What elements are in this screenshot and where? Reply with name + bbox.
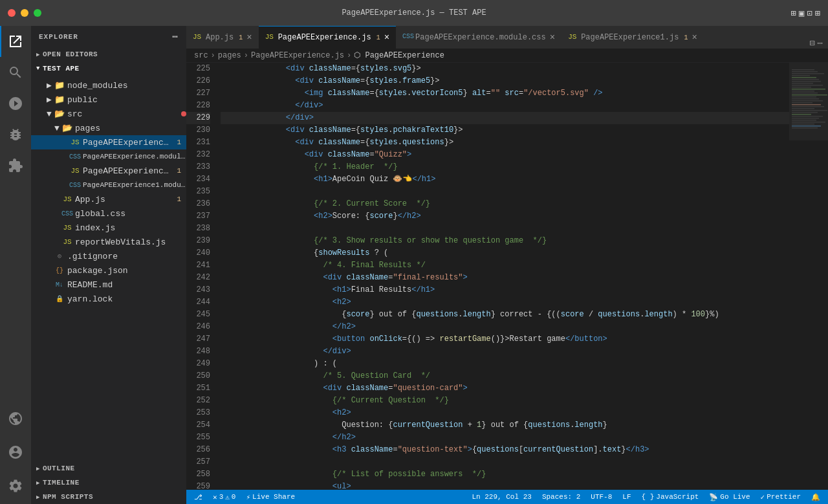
code-line: <div className="final-results">: [221, 272, 789, 284]
activity-extensions[interactable]: [0, 150, 31, 181]
window-controls[interactable]: [8, 9, 41, 17]
activity-source-control[interactable]: [0, 88, 31, 119]
code-line: <h1>ApeCoin Quiz 🐵👈</h1>: [221, 173, 789, 186]
sidebar-new-file-icon[interactable]: ⋯: [173, 31, 179, 42]
timeline-section[interactable]: ▶ TIMELINE: [31, 476, 186, 490]
js-file-icon: JS: [62, 223, 72, 233]
tab-close-icon[interactable]: ×: [550, 32, 555, 43]
error-count: 3: [219, 493, 224, 501]
chevron-spacer: [52, 208, 62, 219]
js-file-icon: JS: [70, 137, 80, 148]
status-go-live[interactable]: 📡 Go Live: [706, 490, 752, 504]
close-button[interactable]: [8, 9, 16, 17]
activity-debug[interactable]: [0, 119, 31, 150]
tree-item-src[interactable]: ▼ 📂 src: [31, 107, 186, 121]
status-right: Ln 229, Col 23 Spaces: 2 UTF-8 LF { } Ja…: [469, 490, 823, 504]
maximize-button[interactable]: [34, 9, 41, 17]
tab-badge: 1: [239, 34, 243, 41]
activity-search[interactable]: [0, 57, 31, 88]
activity-settings[interactable]: [0, 470, 31, 501]
chevron-spacer: [44, 265, 54, 276]
lock-file-icon: 🔒: [54, 294, 65, 304]
tab-page-ape1-js[interactable]: JS PageAPEExperience1.js 1 ×: [561, 26, 704, 49]
code-line: {/* List of possible answers */}: [221, 468, 789, 481]
status-language[interactable]: { } JavaScript: [639, 490, 702, 504]
chevron-spacer: [52, 194, 62, 204]
activity-account[interactable]: [0, 437, 31, 468]
status-cursor[interactable]: Ln 229, Col 23: [469, 490, 534, 504]
tree-item-page-ape1-css[interactable]: CSS PageAPEExperience1.module...: [31, 178, 186, 192]
tree-item-page-ape-css[interactable]: CSS PageAPEExperience.module...: [31, 149, 186, 164]
code-line: {/* 3. Show results or show the question…: [221, 235, 789, 247]
line-numbers: 225 226 227 228 229 230 231 232 233 234 …: [186, 63, 215, 490]
layout-icon2[interactable]: ▣: [799, 8, 804, 19]
css-file-icon: CSS: [70, 180, 80, 190]
layout-icon4[interactable]: ⊞: [815, 8, 820, 19]
tree-item-yarn-lock[interactable]: 🔒 yarn.lock: [31, 292, 186, 306]
tree-item-readme[interactable]: M↓ README.md: [31, 278, 186, 292]
status-errors[interactable]: ✕ 3 ⚠ 0: [210, 490, 238, 504]
chevron-spacer: [44, 294, 54, 304]
warning-icon: ⚠: [225, 493, 230, 501]
tree-item-public[interactable]: ▶ 📁 public: [31, 93, 186, 107]
split-editor-icon[interactable]: ⊟: [809, 38, 814, 49]
tree-item-app-js[interactable]: JS App.js 1: [31, 192, 186, 206]
chevron-spacer: [52, 237, 62, 247]
tree-item-page-ape1-js[interactable]: JS PageAPEExperience1.js 1: [31, 164, 186, 178]
open-editors-section[interactable]: ▶ OPEN EDITORS: [31, 47, 186, 61]
status-prettier[interactable]: ✓ Prettier: [758, 490, 803, 504]
chevron-spacer: [60, 137, 70, 148]
chevron-icon: ▼: [44, 109, 54, 119]
more-actions-icon[interactable]: ⋯: [818, 38, 823, 49]
tab-page-ape-js[interactable]: JS PageAPEExperience.js 1 ×: [259, 26, 396, 49]
tab-app-js[interactable]: JS App.js 1 ×: [186, 26, 259, 49]
folder-icon: 📁: [54, 94, 65, 105]
tab-close-icon[interactable]: ×: [246, 32, 252, 43]
breadcrumb-symbol[interactable]: ⬡ PageAPEExperience: [354, 50, 444, 60]
tab-close-icon[interactable]: ×: [384, 32, 389, 43]
tree-item-gitignore[interactable]: ⊙ .gitignore: [31, 249, 186, 263]
tree-item-pages[interactable]: ▼ 📂 pages: [31, 121, 186, 135]
antenna-icon: 📡: [709, 493, 718, 501]
chevron-spacer: [52, 223, 62, 233]
status-encoding[interactable]: UTF-8: [588, 490, 615, 504]
chevron-spacer: [60, 180, 70, 190]
breadcrumb-file[interactable]: PageAPEExperience.js: [251, 51, 344, 60]
project-section[interactable]: ▼ TEST APE: [31, 61, 186, 76]
code-line: <h1>Final Results</h1>: [221, 284, 789, 296]
code-line: {/* 2. Current Score */}: [221, 198, 789, 210]
tree-item-global-css[interactable]: CSS global.css: [31, 206, 186, 221]
outline-section[interactable]: ▶ OUTLINE: [31, 461, 186, 476]
activity-remote[interactable]: [0, 403, 31, 434]
breadcrumb-pages[interactable]: pages: [218, 51, 241, 60]
code-line: <h3 className="question-text">{questions…: [221, 444, 789, 456]
tree-item-page-ape-js[interactable]: JS PageAPEExperience.js 1: [31, 135, 186, 149]
tree-item-package-json[interactable]: {} package.json: [31, 263, 186, 278]
code-line: </div>: [221, 100, 789, 112]
json-file-icon: {}: [54, 265, 65, 276]
status-line-ending[interactable]: LF: [620, 490, 633, 504]
tabs-bar: JS App.js 1 × JS PageAPEExperience.js 1 …: [186, 26, 828, 49]
status-spaces[interactable]: Spaces: 2: [539, 490, 583, 504]
status-bar: ⎇ ✕ 3 ⚠ 0 ⚡ Live Share Ln 229, Col 23: [186, 490, 828, 504]
file-badge: 1: [171, 138, 181, 146]
tree-item-report-js[interactable]: JS reportWebVitals.js: [31, 235, 186, 249]
tree-item-node-modules[interactable]: ▶ 📁 node_modules: [31, 78, 186, 93]
status-branch[interactable]: ⎇: [191, 490, 205, 504]
tab-page-ape-css[interactable]: CSS PageAPEExperience.module.css ×: [396, 26, 561, 49]
layout-icon3[interactable]: ⊡: [807, 8, 812, 19]
sidebar-header: EXPLORER ⋯: [31, 26, 186, 47]
minimize-button[interactable]: [21, 9, 28, 17]
code-line: Question: {currentQuestion + 1} out of {…: [221, 419, 789, 432]
npm-scripts-section[interactable]: ▶ NPM SCRIPTS: [31, 490, 186, 504]
layout-controls[interactable]: ⊞ ▣ ⊡ ⊞: [790, 8, 820, 19]
activity-explorer[interactable]: [0, 26, 31, 57]
status-liveshare[interactable]: ⚡ Live Share: [243, 490, 298, 504]
breadcrumb-src[interactable]: src: [194, 51, 208, 60]
layout-split-icon[interactable]: ⊞: [790, 8, 796, 19]
tree-item-index-js[interactable]: JS index.js: [31, 221, 186, 235]
tab-close-icon[interactable]: ×: [692, 32, 697, 43]
code-content[interactable]: <div className={styles.svg5}> <div class…: [215, 63, 789, 490]
code-line: <div className={styles.pchakraText10}>: [221, 124, 789, 137]
status-notification[interactable]: 🔔: [809, 490, 823, 504]
